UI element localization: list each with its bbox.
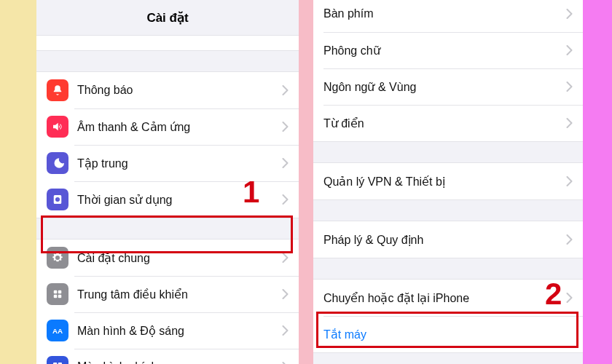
chevron-right-icon xyxy=(566,82,573,92)
row-label: Cài đặt chung xyxy=(77,251,282,265)
general-group-vpn: Quản lý VPN & Thiết bị xyxy=(313,162,583,200)
settings-row[interactable]: Bàn phím xyxy=(313,0,583,32)
general-settings-panel: Ngày & GiờBàn phímPhông chữNgôn ngữ & Vù… xyxy=(313,0,583,364)
decor-gap xyxy=(299,0,313,364)
chevron-right-icon xyxy=(566,293,573,303)
svg-rect-3 xyxy=(58,295,62,298)
control-center-icon xyxy=(47,283,68,305)
row-label: Phông chữ xyxy=(323,44,566,58)
settings-root-panel: Cài đặt Thông báoÂm thanh & Cảm ứngTập t… xyxy=(36,0,299,364)
chevron-right-icon xyxy=(566,234,573,245)
notifications-icon xyxy=(47,79,68,101)
settings-row[interactable]: Phông chữ xyxy=(313,32,583,68)
row-label: Tập trung xyxy=(77,157,282,170)
settings-row[interactable]: Thời gian sử dụng xyxy=(36,181,299,218)
svg-rect-0 xyxy=(54,290,58,294)
row-label: Thông báo xyxy=(77,84,282,97)
row-label: Ngôn ngữ & Vùng xyxy=(323,80,566,94)
settings-row[interactable]: Màn hình chính xyxy=(36,349,299,364)
settings-row[interactable]: Âm thanh & Cảm ứng xyxy=(36,108,299,145)
sound-icon xyxy=(47,116,68,138)
svg-rect-2 xyxy=(54,295,58,298)
decor-gutter-left xyxy=(0,0,36,364)
row-label: Từ điển xyxy=(323,116,566,130)
chevron-right-icon xyxy=(282,194,289,205)
general-group-reset: Chuyển hoặc đặt lại iPhoneTắt máy xyxy=(313,279,583,353)
settings-row[interactable]: Ngôn ngữ & Vùng xyxy=(313,68,583,105)
chevron-right-icon xyxy=(566,45,573,55)
row-cutoff xyxy=(36,35,299,51)
settings-row[interactable]: Pháp lý & Quy định xyxy=(313,221,583,258)
general-group-legal: Pháp lý & Quy định xyxy=(313,221,583,258)
settings-row[interactable]: Thông báo xyxy=(36,72,299,108)
settings-row[interactable]: Quản lý VPN & Thiết bị xyxy=(313,163,583,199)
row-label: Âm thanh & Cảm ứng xyxy=(77,120,282,134)
settings-row[interactable]: Từ điển xyxy=(313,105,583,141)
row-label: Màn hình & Độ sáng xyxy=(77,324,282,338)
row-label: Chuyển hoặc đặt lại iPhone xyxy=(323,291,566,305)
row-label: Quản lý VPN & Thiết bị xyxy=(323,175,566,189)
chevron-right-icon xyxy=(282,158,289,168)
row-label: Trung tâm điều khiển xyxy=(77,288,282,301)
settings-group-general: Cài đặt chungTrung tâm điều khiểnAAMàn h… xyxy=(36,239,299,364)
homescreen-icon xyxy=(47,356,68,364)
row-label: Màn hình chính xyxy=(77,360,282,364)
general-icon xyxy=(47,247,68,269)
row-label: Pháp lý & Quy định xyxy=(323,233,566,247)
chevron-right-icon xyxy=(566,176,573,186)
chevron-right-icon xyxy=(282,122,289,132)
chevron-right-icon xyxy=(282,85,289,95)
display-icon: AA xyxy=(47,320,68,341)
chevron-right-icon xyxy=(282,253,289,263)
settings-row[interactable]: Trung tâm điều khiển xyxy=(36,276,299,312)
settings-row[interactable]: AAMàn hình & Độ sáng xyxy=(36,312,299,349)
row-label: Thời gian sử dụng xyxy=(77,193,282,207)
tutorial-composite: Cài đặt Thông báoÂm thanh & Cảm ứngTập t… xyxy=(0,0,612,364)
row-label: Bàn phím xyxy=(323,7,566,20)
settings-group-notifications: Thông báoÂm thanh & Cảm ứngTập trungThời… xyxy=(36,71,299,218)
row-label: Tắt máy xyxy=(323,328,573,341)
chevron-right-icon xyxy=(566,118,573,128)
screentime-icon xyxy=(47,189,68,210)
page-title: Cài đặt xyxy=(36,0,299,35)
general-group-locale: Ngày & GiờBàn phímPhông chữNgôn ngữ & Vù… xyxy=(313,0,583,142)
chevron-right-icon xyxy=(282,289,289,299)
settings-row[interactable]: Cài đặt chung xyxy=(36,240,299,276)
settings-row[interactable]: Tập trung xyxy=(36,145,299,181)
svg-rect-1 xyxy=(58,290,62,294)
decor-gutter-right xyxy=(583,0,612,364)
chevron-right-icon xyxy=(282,325,289,336)
settings-row[interactable]: Tắt máy xyxy=(313,316,583,352)
settings-row[interactable]: Chuyển hoặc đặt lại iPhone xyxy=(313,280,583,316)
chevron-right-icon xyxy=(566,9,573,19)
svg-text:AA: AA xyxy=(52,327,63,335)
focus-icon xyxy=(47,152,68,174)
